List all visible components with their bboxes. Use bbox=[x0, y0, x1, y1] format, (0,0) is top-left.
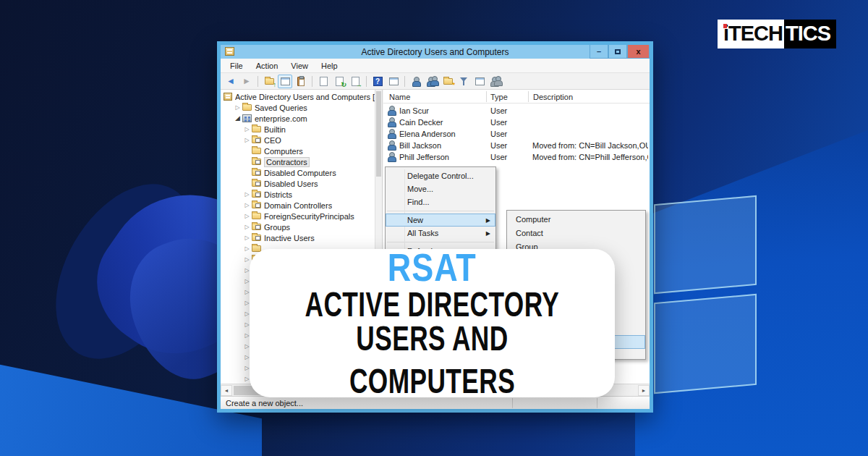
table-row[interactable]: Bill JacksonUserMoved from: CN=Bill Jack… bbox=[383, 140, 650, 151]
show-window-icon[interactable] bbox=[386, 75, 401, 88]
tree-item-label: Districts bbox=[264, 190, 292, 199]
refresh-icon[interactable]: ↻ bbox=[332, 75, 346, 88]
table-row[interactable]: Ian ScurUser bbox=[383, 105, 650, 117]
tree-item-disabled-users[interactable]: Disabled Users bbox=[221, 178, 375, 189]
new-group-icon[interactable] bbox=[425, 75, 439, 88]
tree-item-label: Domain Controllers bbox=[264, 201, 332, 210]
chevron-collapsed-icon[interactable]: ▷ bbox=[242, 127, 252, 132]
chevron-collapsed-icon[interactable]: ▷ bbox=[233, 105, 242, 111]
help-icon[interactable]: ? bbox=[370, 75, 385, 88]
tree-item-label: Groups bbox=[264, 223, 290, 232]
new-ou-icon[interactable]: * bbox=[441, 75, 455, 88]
ou-icon bbox=[252, 191, 261, 198]
minimize-button[interactable]: – bbox=[590, 45, 608, 59]
export-list-icon[interactable]: → bbox=[348, 75, 362, 88]
submenu-item-contact[interactable]: Contact bbox=[507, 227, 645, 240]
close-button[interactable]: x bbox=[627, 45, 650, 59]
tree-item-active-directory-users-and-computers-pdc-e[interactable]: Active Directory Users and Computers [pd… bbox=[221, 91, 375, 102]
column-header-description[interactable]: Description bbox=[532, 90, 647, 104]
find-icon[interactable] bbox=[488, 75, 503, 88]
tree-item-disabled-computers[interactable]: Disabled Computers bbox=[221, 167, 375, 178]
tree-item-inactive-users[interactable]: ▷Inactive Users bbox=[221, 232, 375, 243]
submenu-arrow-icon: ▶ bbox=[486, 230, 490, 237]
folder-icon bbox=[252, 213, 261, 219]
maximize-button[interactable] bbox=[608, 45, 627, 59]
cell-name: Phill Jefferson bbox=[399, 151, 485, 163]
column-header-type[interactable]: Type bbox=[489, 90, 528, 104]
tree-item-enterprise-com[interactable]: ◢enterprise.com bbox=[221, 113, 375, 124]
submenu-item-computer[interactable]: Computer bbox=[507, 213, 645, 227]
paste-icon[interactable] bbox=[294, 75, 308, 88]
context-menu-item-delegate-control[interactable]: Delegate Control... bbox=[386, 169, 495, 182]
user-icon bbox=[387, 129, 396, 138]
new-user-icon[interactable] bbox=[409, 75, 423, 88]
tree-item-ceo[interactable]: ▷CEO bbox=[221, 135, 375, 145]
chevron-collapsed-icon[interactable]: ▷ bbox=[242, 235, 252, 241]
column-divider[interactable] bbox=[486, 91, 487, 102]
tree-item-domain-controllers[interactable]: ▷Domain Controllers bbox=[221, 200, 375, 211]
menu-action[interactable]: Action bbox=[250, 60, 285, 72]
chevron-collapsed-icon[interactable]: ▷ bbox=[242, 138, 252, 143]
scroll-left-button[interactable]: ◄ bbox=[221, 385, 232, 396]
window-title: Active Directory Users and Computers bbox=[221, 47, 650, 57]
back-icon[interactable]: ◄ bbox=[224, 75, 238, 88]
itechtics-logo: iTECH TICS bbox=[718, 20, 836, 48]
menu-file[interactable]: File bbox=[224, 60, 250, 72]
ou-icon bbox=[252, 224, 261, 230]
filter-options-icon[interactable] bbox=[472, 75, 487, 88]
table-row[interactable]: Elena AndersonUser bbox=[383, 128, 650, 140]
toolbar-separator bbox=[404, 76, 405, 87]
up-one-level-icon[interactable]: ↑ bbox=[262, 75, 276, 88]
tree-item-saved-queries[interactable]: ▷Saved Queries bbox=[221, 102, 375, 113]
user-icon bbox=[387, 117, 396, 127]
tree-item-districts[interactable]: ▷Districts bbox=[221, 189, 375, 200]
root-icon bbox=[224, 93, 232, 101]
context-menu-item-all-tasks[interactable]: All Tasks▶ bbox=[386, 227, 495, 240]
tree-item-label: Builtin bbox=[264, 125, 286, 134]
cell-type: User bbox=[490, 128, 530, 140]
tree-item-builtin[interactable]: ▷Builtin bbox=[221, 124, 375, 135]
tree-item-contractors[interactable]: Contractors bbox=[221, 156, 375, 167]
tree-item-label: Disabled Computers bbox=[264, 169, 336, 177]
folder-icon bbox=[252, 126, 261, 132]
desktop-wallpaper: Active Directory Users and Computers – x… bbox=[0, 0, 868, 456]
toolbar-separator bbox=[366, 76, 367, 87]
properties-icon[interactable] bbox=[316, 75, 331, 88]
ou-icon bbox=[252, 180, 261, 187]
status-bar-divider bbox=[597, 398, 597, 408]
column-header-name[interactable]: Name bbox=[388, 90, 486, 104]
cell-name: Cain Decker bbox=[399, 117, 485, 128]
chevron-collapsed-icon[interactable]: ▷ bbox=[242, 246, 252, 252]
forward-icon[interactable]: ► bbox=[239, 75, 254, 88]
column-divider[interactable] bbox=[528, 91, 529, 102]
cell-description bbox=[532, 128, 648, 140]
tree-item-computers[interactable]: Computers bbox=[221, 145, 375, 156]
chevron-collapsed-icon[interactable]: ▷ bbox=[242, 214, 252, 219]
menu-help[interactable]: Help bbox=[315, 60, 344, 72]
chevron-collapsed-icon[interactable]: ▷ bbox=[242, 224, 252, 230]
show-console-tree-icon[interactable] bbox=[278, 75, 292, 88]
context-menu-item-move[interactable]: Move... bbox=[386, 182, 495, 195]
chevron-expanded-icon[interactable]: ◢ bbox=[233, 115, 242, 122]
folder-icon bbox=[242, 104, 252, 111]
chevron-collapsed-icon[interactable]: ▷ bbox=[242, 203, 252, 208]
table-row[interactable]: Phill JeffersonUserMoved from: CN=Phill … bbox=[383, 151, 650, 163]
scrollbar-thumb[interactable] bbox=[376, 91, 381, 177]
ou-icon bbox=[252, 137, 261, 143]
set-filter-icon[interactable] bbox=[456, 75, 471, 88]
console-icon bbox=[225, 47, 234, 56]
user-icon bbox=[387, 152, 396, 161]
chevron-collapsed-icon[interactable]: ▷ bbox=[242, 192, 252, 198]
context-menu-item-new[interactable]: New▶ bbox=[386, 214, 495, 227]
tree-item-label: CEO bbox=[264, 136, 281, 145]
scroll-right-button[interactable]: ► bbox=[638, 385, 650, 396]
toolbar: ◄►↑↻→?* bbox=[221, 73, 650, 90]
menu-view[interactable]: View bbox=[284, 60, 315, 72]
cell-description: Moved from: CN=Bill Jackson,OU=C bbox=[532, 140, 648, 151]
tree-item-foreignsecurityprincipals[interactable]: ▷ForeignSecurityPrincipals bbox=[221, 211, 375, 221]
context-menu-item-find[interactable]: Find... bbox=[386, 195, 495, 208]
menu-separator bbox=[387, 211, 494, 211]
ou-icon bbox=[252, 235, 261, 241]
table-row[interactable]: Cain DeckerUser bbox=[383, 117, 650, 128]
tree-item-groups[interactable]: ▷Groups bbox=[221, 221, 375, 232]
